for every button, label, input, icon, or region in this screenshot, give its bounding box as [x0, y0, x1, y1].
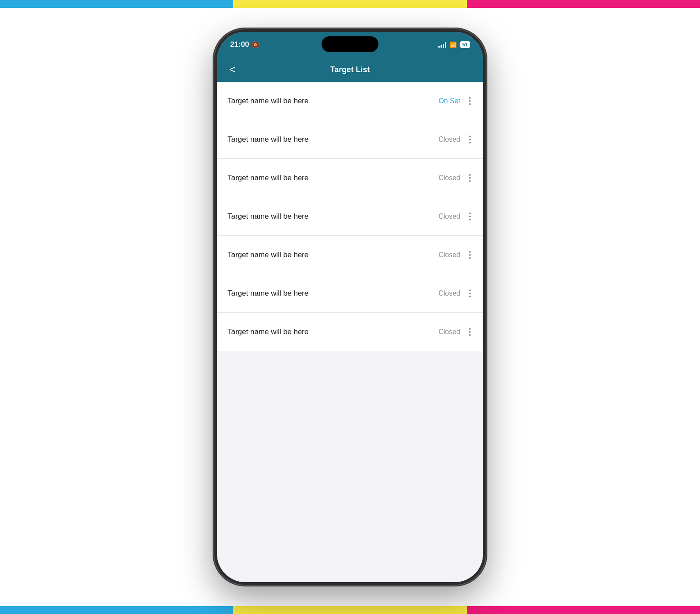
more-options-button[interactable]: [467, 288, 472, 299]
list-item[interactable]: Target name will be here Closed: [217, 313, 483, 351]
item-name: Target name will be here: [228, 135, 308, 144]
dot-icon: [469, 177, 471, 179]
dynamic-island: [322, 36, 378, 52]
status-badge: Closed: [438, 136, 460, 143]
item-right: Closed: [438, 134, 472, 145]
status-time: 21:00: [230, 40, 249, 49]
more-options-button[interactable]: [467, 172, 472, 184]
bg-seg-cyan: [0, 0, 233, 8]
dot-icon: [469, 334, 471, 336]
bg-seg-yellow-bottom: [233, 606, 466, 614]
status-badge: Closed: [438, 328, 460, 336]
dot-icon: [469, 139, 471, 140]
dot-icon: [469, 213, 471, 214]
phone-inner: 21:00 🔕 📶 51 < Target List: [217, 32, 483, 582]
dot-icon: [469, 136, 471, 137]
bg-seg-yellow: [233, 0, 466, 8]
dot-icon: [469, 174, 471, 176]
item-right: Closed: [438, 249, 472, 261]
item-right: Closed: [438, 211, 472, 222]
dot-icon: [469, 180, 471, 182]
back-button[interactable]: <: [226, 60, 239, 79]
dot-icon: [469, 219, 471, 220]
item-name: Target name will be here: [228, 289, 308, 298]
item-name: Target name will be here: [228, 251, 308, 259]
status-right: 📶 51: [438, 41, 470, 48]
bg-seg-pink: [467, 0, 700, 8]
list-item[interactable]: Target name will be here Closed: [217, 274, 483, 313]
status-time-group: 21:00 🔕: [230, 40, 259, 49]
status-badge: Closed: [438, 174, 460, 182]
phone-frame: 21:00 🔕 📶 51 < Target List: [214, 29, 486, 585]
item-right: Closed: [438, 172, 472, 184]
item-right: Closed: [438, 288, 472, 299]
footer-area: [217, 351, 483, 377]
content-area: Target name will be here On Set Target n…: [217, 82, 483, 377]
dot-icon: [469, 254, 471, 256]
status-badge: Closed: [438, 213, 460, 220]
dot-icon: [469, 331, 471, 333]
item-right: Closed: [438, 326, 472, 338]
more-options-button[interactable]: [467, 95, 472, 107]
bg-bar-bottom: [0, 606, 700, 614]
dot-icon: [469, 103, 471, 105]
more-options-button[interactable]: [467, 211, 472, 222]
dot-icon: [469, 296, 471, 297]
list-item[interactable]: Target name will be here Closed: [217, 159, 483, 197]
more-options-button[interactable]: [467, 249, 472, 261]
list-item[interactable]: Target name will be here Closed: [217, 236, 483, 274]
more-options-button[interactable]: [467, 134, 472, 145]
dot-icon: [469, 328, 471, 330]
dot-icon: [469, 97, 471, 99]
nav-bar: < Target List: [217, 57, 483, 82]
status-badge: On Set: [438, 97, 460, 105]
list-item[interactable]: Target name will be here Closed: [217, 197, 483, 236]
status-badge: Closed: [438, 251, 460, 259]
status-bar: 21:00 🔕 📶 51: [217, 32, 483, 57]
bell-mute-icon: 🔕: [252, 41, 259, 48]
page-title: Target List: [330, 65, 370, 74]
dot-icon: [469, 257, 471, 259]
item-name: Target name will be here: [228, 212, 308, 221]
wifi-icon: 📶: [450, 42, 457, 48]
target-list: Target name will be here On Set Target n…: [217, 82, 483, 351]
battery-level: 51: [462, 42, 468, 47]
signal-icon: [438, 42, 446, 48]
dot-icon: [469, 142, 471, 143]
list-item[interactable]: Target name will be here On Set: [217, 82, 483, 120]
dot-icon: [469, 293, 471, 294]
dot-icon: [469, 290, 471, 291]
list-item[interactable]: Target name will be here Closed: [217, 120, 483, 159]
dot-icon: [469, 216, 471, 217]
dot-icon: [469, 251, 471, 253]
item-name: Target name will be here: [228, 97, 308, 105]
item-name: Target name will be here: [228, 328, 308, 336]
dot-icon: [469, 100, 471, 102]
bg-bar-top: [0, 0, 700, 8]
item-name: Target name will be here: [228, 174, 308, 182]
bg-seg-pink-bottom: [467, 606, 700, 614]
bg-seg-cyan-bottom: [0, 606, 233, 614]
battery-indicator: 51: [460, 41, 470, 48]
status-badge: Closed: [438, 290, 460, 297]
more-options-button[interactable]: [467, 326, 472, 338]
item-right: On Set: [438, 95, 472, 107]
